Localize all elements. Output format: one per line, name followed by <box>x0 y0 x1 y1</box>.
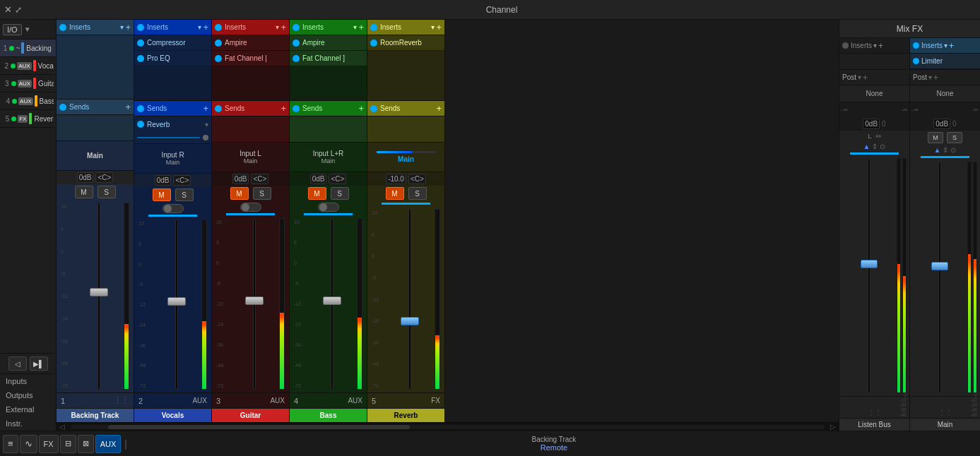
strip3-db[interactable]: 0dB <box>232 174 249 184</box>
strip1-inserts-arrow[interactable]: ▾ <box>120 23 124 31</box>
strip2-inserts-arrow[interactable]: ▾ <box>198 23 201 31</box>
strip5-db[interactable]: -10.0 <box>386 174 406 184</box>
post-right-arrows[interactable]: ▾ <box>928 73 932 81</box>
strip2-toggle[interactable] <box>163 204 184 213</box>
channel-item-2[interactable]: 2 AUX Vocals <box>0 57 56 75</box>
strip4-sends-add[interactable]: + <box>358 103 364 114</box>
right-right-inserts-add[interactable]: + <box>949 41 954 51</box>
nav-outputs[interactable]: Outputs <box>0 388 56 402</box>
strip3-mute[interactable]: M <box>230 187 249 200</box>
strip4-power[interactable] <box>293 24 300 31</box>
strip3-plugin-fatchannel[interactable]: Fat Channel | <box>212 51 289 66</box>
waves-btn[interactable]: ∿ <box>20 435 37 453</box>
nav-external[interactable]: External <box>0 402 56 416</box>
strip2-send-arrow[interactable]: ▾ <box>205 121 208 128</box>
expand-icon[interactable]: ⤢ <box>15 5 22 15</box>
strip4-inserts-add[interactable]: + <box>358 22 364 32</box>
strip3-sends-power[interactable] <box>215 105 222 112</box>
io-dropdown-arrow[interactable]: ▼ <box>24 25 31 33</box>
channel-item-5[interactable]: 5 FX Reverb <box>0 110 56 128</box>
strip3-solo[interactable]: S <box>253 187 271 200</box>
strip4-plugin-fatchannel[interactable]: Fat Channel ] <box>290 51 367 66</box>
strip4-pan[interactable]: <C> <box>329 174 346 184</box>
right-right-insert-power[interactable] <box>913 42 919 49</box>
strip2-sends-power[interactable] <box>137 105 144 112</box>
main-fader-handle[interactable] <box>931 262 948 270</box>
main-solo[interactable]: S <box>947 132 962 143</box>
strip3-pan[interactable]: <C> <box>251 174 268 184</box>
strip5-inserts-add[interactable]: + <box>436 22 442 32</box>
strip5-plugin-roomreverb[interactable]: RoomReverb <box>367 35 444 51</box>
transport-rewind[interactable]: ◁ <box>8 356 27 371</box>
strip2-plugin-compressor[interactable]: Compressor <box>134 35 211 51</box>
strip1-sends-add[interactable]: + <box>125 102 131 112</box>
fx-btn[interactable]: FX <box>39 435 59 453</box>
strip5-fader-handle[interactable] <box>401 317 419 325</box>
right-left-inserts-add[interactable]: + <box>878 41 883 51</box>
strip3-power[interactable] <box>215 24 222 31</box>
strip3-inserts-add[interactable]: + <box>281 22 286 32</box>
strip4-inserts-arrow[interactable]: ▾ <box>353 23 357 31</box>
right-right-inserts-arrow[interactable]: ▾ <box>944 42 947 49</box>
strip4-sends-power[interactable] <box>293 105 300 112</box>
strip1-solo[interactable]: S <box>98 186 116 198</box>
strip4-mute[interactable]: M <box>308 187 326 200</box>
channel-item-3[interactable]: 3 AUX Guitar <box>0 75 56 92</box>
strip5-power[interactable] <box>370 24 377 31</box>
strip5-solo[interactable]: S <box>408 187 427 200</box>
channel-item-1[interactable]: 1 ~ Backing Track <box>0 40 56 57</box>
remote-label[interactable]: Remote <box>541 443 568 452</box>
main-db[interactable]: 0dB <box>933 119 950 129</box>
strip2-inserts-add[interactable]: + <box>203 22 208 32</box>
io-button[interactable]: I/O <box>3 24 22 35</box>
strip4-solo[interactable]: S <box>331 187 349 200</box>
strip4-fader-handle[interactable] <box>323 296 341 305</box>
strips-scroll[interactable]: Inserts ▾ + Sends + <box>57 20 839 422</box>
mix-list-btn[interactable]: ≡ <box>3 435 18 453</box>
strip2-mute[interactable]: M <box>153 188 171 201</box>
strip1-inserts-add[interactable]: + <box>125 22 131 32</box>
strip3-toggle[interactable] <box>240 203 261 212</box>
strip3-inserts-arrow[interactable]: ▾ <box>276 23 279 31</box>
strip4-plugin-ampire[interactable]: Ampire <box>290 35 367 51</box>
strip2-pan[interactable]: <C> <box>173 175 191 186</box>
scroll-left-arrow[interactable]: ◁ <box>57 423 68 431</box>
post-right-plus[interactable]: + <box>933 73 938 83</box>
strip2-power[interactable] <box>137 24 144 31</box>
close-icon[interactable]: ✕ <box>4 4 12 15</box>
nav-inputs[interactable]: Inputs <box>0 374 56 388</box>
strip3-sends-add[interactable]: + <box>281 103 286 114</box>
strip1-db[interactable]: 0dB <box>77 172 94 183</box>
main-mute[interactable]: M <box>928 132 943 143</box>
right-left-inserts-arrow[interactable]: ▾ <box>873 42 877 49</box>
transport-play[interactable]: ▶▌ <box>30 356 48 371</box>
strip3-plugin-ampire[interactable]: Ampire <box>212 35 289 51</box>
aux-btn[interactable]: AUX <box>95 435 122 453</box>
strip3-fader-handle[interactable] <box>245 296 264 305</box>
strip5-sends-power[interactable] <box>370 105 377 112</box>
strip2-send-knob[interactable] <box>203 135 208 140</box>
strip2-fader-handle[interactable] <box>167 297 186 306</box>
post-left-arrows[interactable]: ▾ <box>858 73 861 81</box>
strip5-pan[interactable]: <C> <box>408 174 426 184</box>
strip2-reverb-send[interactable]: Reverb ▾ <box>134 116 211 132</box>
right-limiter-plugin[interactable]: Limiter <box>910 54 980 69</box>
strip2-db[interactable]: 0dB <box>155 175 172 186</box>
right-left-insert-power[interactable] <box>842 42 849 49</box>
strip4-db[interactable]: 0dB <box>310 174 327 184</box>
strip1-mute[interactable]: M <box>75 186 93 198</box>
post-left-plus[interactable]: + <box>863 73 868 83</box>
listen-db[interactable]: 0dB <box>863 119 880 129</box>
scroll-right-arrow[interactable]: ▷ <box>827 423 839 431</box>
strip2-solo[interactable]: S <box>175 188 194 201</box>
strip5-sends-add[interactable]: + <box>436 103 442 114</box>
nav-instr[interactable]: Instr. <box>0 416 56 431</box>
strip1-pan[interactable]: <C> <box>95 172 113 183</box>
strip4-toggle[interactable] <box>318 203 339 212</box>
listen-fader-handle[interactable] <box>861 260 878 268</box>
strip2-plugin-proeq[interactable]: Pro EQ <box>134 51 211 66</box>
channel-item-4[interactable]: 4 AUX Bass <box>0 92 56 110</box>
strip2-sends-add[interactable]: + <box>203 103 208 114</box>
eq-btn[interactable]: ⊟ <box>60 435 76 453</box>
strip5-inserts-arrow[interactable]: ▾ <box>431 23 435 31</box>
